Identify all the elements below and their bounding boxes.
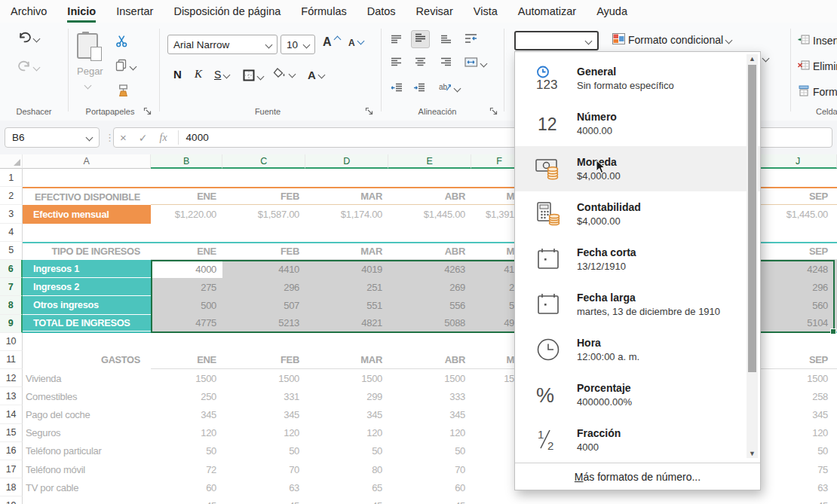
more-number-formats-link[interactable]: Más formatos de número... xyxy=(515,463,760,490)
cell-A12[interactable]: Vivienda xyxy=(23,369,151,387)
cell-B15[interactable]: 120 xyxy=(151,424,222,442)
borders-button[interactable] xyxy=(243,69,263,84)
cancel-entry-icon[interactable]: × xyxy=(114,131,133,144)
row-header-3[interactable]: 3 xyxy=(0,205,23,223)
delete-cells-button[interactable]: Eliminar xyxy=(798,60,837,73)
cell-C19[interactable]: 45 xyxy=(222,496,305,504)
cell-B3[interactable]: $1,220.00 xyxy=(151,205,222,223)
menu-item-datos[interactable]: Datos xyxy=(367,0,396,23)
cell-A13[interactable]: Comestibles xyxy=(23,387,151,405)
menu-item-f-rmulas[interactable]: Fórmulas xyxy=(301,0,346,23)
redo-button[interactable] xyxy=(18,60,39,74)
orientation-button[interactable]: ab xyxy=(439,81,460,95)
cell-D13[interactable]: 299 xyxy=(305,387,388,405)
cell-B9[interactable]: 4775 xyxy=(151,315,222,331)
cell-J3[interactable]: $1,445.00 xyxy=(759,205,837,223)
cell-D14[interactable]: 345 xyxy=(305,405,388,423)
underline-button[interactable]: S xyxy=(214,69,229,81)
row-header-17[interactable]: 17 xyxy=(0,460,23,478)
cell-C6[interactable]: 4410 xyxy=(222,260,305,278)
cell-C3[interactable]: $1,587.00 xyxy=(222,205,305,223)
format-option-porcentaje[interactable]: %Porcentaje400000.00% xyxy=(515,372,760,417)
cell-D11[interactable]: MAR xyxy=(305,351,388,369)
cell-A2[interactable]: EFECTIVO DISPONIBLE xyxy=(23,188,151,205)
row-header-19[interactable]: 19 xyxy=(0,496,23,504)
cell-C1[interactable] xyxy=(222,169,305,187)
cell-B8[interactable]: 500 xyxy=(151,296,222,314)
column-header-B[interactable]: B xyxy=(151,154,222,169)
cell-J5[interactable]: SEP xyxy=(759,243,837,260)
cell-E15[interactable]: 120 xyxy=(388,424,471,442)
cell-B13[interactable]: 250 xyxy=(151,387,222,405)
menu-item-automatizar[interactable]: Automatizar xyxy=(518,0,576,23)
cell-C5[interactable]: FEB xyxy=(222,243,305,260)
cell-D10[interactable] xyxy=(305,333,388,351)
cell-D18[interactable]: 65 xyxy=(305,478,388,496)
cell-E2[interactable]: ABR xyxy=(388,188,471,205)
decrease-indent-button[interactable] xyxy=(391,83,403,95)
cell-D6[interactable]: 4019 xyxy=(305,260,388,278)
cell-D1[interactable] xyxy=(305,169,388,187)
cell-D19[interactable]: 45 xyxy=(305,496,388,504)
scrollbar-thumb[interactable] xyxy=(748,65,756,372)
row-header-4[interactable]: 4 xyxy=(0,224,23,242)
bold-button[interactable]: N xyxy=(173,68,182,81)
cell-A4[interactable] xyxy=(23,224,151,242)
row-header-8[interactable]: 8 xyxy=(0,296,23,314)
cell-A1[interactable] xyxy=(23,169,151,187)
cell-B18[interactable]: 60 xyxy=(151,478,222,496)
cell-C13[interactable]: 331 xyxy=(222,387,305,405)
format-painter-button[interactable] xyxy=(117,84,130,99)
cell-C4[interactable] xyxy=(222,224,305,242)
cell-E10[interactable] xyxy=(388,333,471,351)
cell-D3[interactable]: $1,174.00 xyxy=(305,205,388,223)
cell-J12[interactable]: 1500 xyxy=(759,369,837,387)
cell-B4[interactable] xyxy=(151,224,222,242)
decrease-font-button[interactable]: A xyxy=(348,38,363,48)
cell-J17[interactable]: 75 xyxy=(759,460,837,478)
paste-button[interactable]: Pegar xyxy=(77,33,98,90)
cell-D17[interactable]: 80 xyxy=(305,460,388,478)
row-header-6[interactable]: 6 xyxy=(0,260,23,278)
cell-E11[interactable]: ABR xyxy=(388,351,471,369)
cell-E8[interactable]: 556 xyxy=(388,296,471,314)
align-top-button[interactable] xyxy=(391,35,402,47)
menu-item-revisar[interactable]: Revisar xyxy=(416,0,453,23)
format-cells-button[interactable]: Formato xyxy=(798,85,837,99)
cell-D5[interactable]: MAR xyxy=(305,243,388,260)
row-header-2[interactable]: 2 xyxy=(0,187,23,205)
cell-E5[interactable]: ABR xyxy=(388,243,471,260)
cell-J8[interactable]: 560 xyxy=(759,296,837,314)
row-header-7[interactable]: 7 xyxy=(0,278,23,296)
cell-C8[interactable]: 507 xyxy=(222,296,305,314)
cell-D8[interactable]: 551 xyxy=(305,296,388,314)
cell-E13[interactable]: 333 xyxy=(388,387,471,405)
format-option-n-mero[interactable]: 12Número4000.00 xyxy=(515,101,760,146)
cell-J11[interactable]: SEP xyxy=(759,351,837,369)
cell-E12[interactable]: 1500 xyxy=(388,369,471,387)
format-option-general[interactable]: 123GeneralSin formato específico xyxy=(515,56,760,101)
menu-item-archivo[interactable]: Archivo xyxy=(11,0,47,23)
cell-A5[interactable]: TIPO DE INGRESOS xyxy=(23,243,151,260)
cell-E19[interactable]: 45 xyxy=(388,496,471,504)
row-header-12[interactable]: 12 xyxy=(0,369,23,387)
cell-B19[interactable]: 45 xyxy=(151,496,222,504)
cell-E3[interactable]: $1,445.00 xyxy=(388,205,471,223)
cell-E18[interactable]: 60 xyxy=(388,478,471,496)
cell-D4[interactable] xyxy=(305,224,388,242)
cell-C9[interactable]: 5213 xyxy=(222,315,305,331)
cell-E4[interactable] xyxy=(388,224,471,242)
font-color-button[interactable]: A xyxy=(308,69,324,81)
scroll-up-icon[interactable]: ▲ xyxy=(747,55,758,63)
cell-J1[interactable] xyxy=(759,169,837,187)
cell-A18[interactable]: TV por cable xyxy=(23,478,151,496)
cell-B17[interactable]: 72 xyxy=(151,460,222,478)
format-option-fecha-corta[interactable]: Fecha corta13/12/1910 xyxy=(515,237,760,282)
menu-item-vista[interactable]: Vista xyxy=(474,0,498,23)
merge-center-button[interactable] xyxy=(464,57,486,69)
cell-C16[interactable]: 50 xyxy=(222,442,305,460)
cell-J7[interactable]: 296 xyxy=(759,278,837,296)
menu-item-insertar[interactable]: Insertar xyxy=(116,0,153,23)
font-size-select[interactable]: 10 xyxy=(281,35,315,54)
cell-B2[interactable]: ENE xyxy=(151,188,222,205)
